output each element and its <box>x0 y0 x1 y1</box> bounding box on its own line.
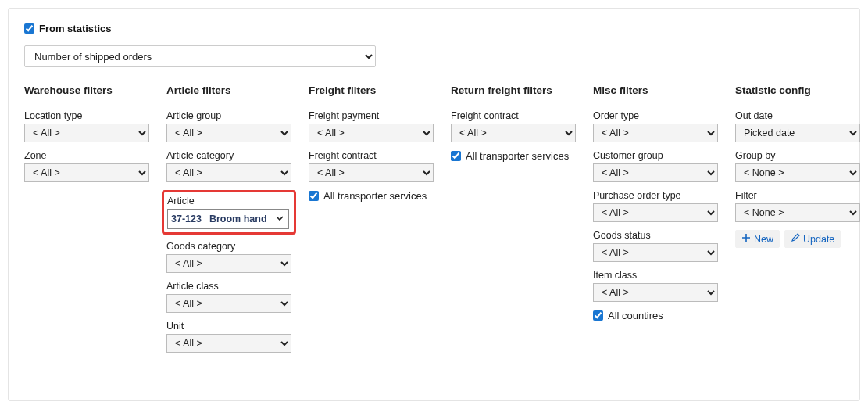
filter-label: Filter <box>735 190 860 201</box>
return-freight-column: Return freight filters Freight contract … <box>451 84 576 170</box>
warehouse-title: Warehouse filters <box>24 84 149 96</box>
article-title: Article filters <box>166 84 291 96</box>
order-type-label: Order type <box>593 110 718 121</box>
goods-status-select[interactable]: < All > <box>593 243 718 262</box>
article-category-select[interactable]: < All > <box>166 163 291 182</box>
group-by-label: Group by <box>735 150 860 161</box>
from-statistics-label: From statistics <box>39 23 111 34</box>
article-category-label: Article category <box>166 150 291 161</box>
goods-category-label: Goods category <box>166 241 291 252</box>
new-button[interactable]: New <box>735 230 780 248</box>
article-class-select[interactable]: < All > <box>166 294 291 313</box>
unit-label: Unit <box>166 321 291 332</box>
goods-status-label: Goods status <box>593 230 718 241</box>
freight-contract-label: Freight contract <box>309 150 434 161</box>
return-contract-label: Freight contract <box>451 110 576 121</box>
return-contract-select[interactable]: < All > <box>451 124 576 142</box>
freight-all-transporter-label: All transporter services <box>323 190 427 202</box>
statistic-select[interactable]: Number of shipped orders <box>24 45 376 67</box>
freight-contract-select[interactable]: < All > <box>309 163 434 182</box>
article-select[interactable]: 37-123 Broom hand <box>167 209 289 229</box>
from-statistics-row: From statistics <box>24 23 844 34</box>
all-countries-checkbox[interactable] <box>593 310 603 321</box>
freight-payment-select[interactable]: < All > <box>309 124 434 142</box>
chevron-down-icon <box>276 213 284 224</box>
item-class-label: Item class <box>593 270 718 281</box>
freight-all-transporter-checkbox[interactable] <box>309 191 319 201</box>
return-freight-title: Return freight filters <box>451 84 576 96</box>
article-code: 37-123 <box>171 213 202 224</box>
zone-label: Zone <box>24 150 149 161</box>
new-button-label: New <box>754 234 773 245</box>
misc-title: Misc filters <box>593 84 718 96</box>
return-all-transporter-label: All transporter services <box>466 150 569 162</box>
pencil-icon <box>791 233 800 245</box>
article-class-label: Article class <box>166 281 291 292</box>
from-statistics-checkbox[interactable] <box>24 23 34 34</box>
customer-group-select[interactable]: < All > <box>593 163 718 182</box>
filter-panel: From statistics Number of shipped orders… <box>8 8 860 401</box>
article-name: Broom hand <box>209 213 267 224</box>
article-highlight: Article 37-123 Broom hand <box>162 190 296 235</box>
article-label: Article <box>167 196 291 206</box>
unit-select[interactable]: < All > <box>166 334 291 353</box>
goods-category-select[interactable]: < All > <box>166 254 291 273</box>
misc-column: Misc filters Order type < All > Customer… <box>593 84 718 329</box>
freight-column: Freight filters Freight payment < All > … <box>309 84 434 210</box>
config-column: Statistic config Out date Picked date Gr… <box>735 84 860 248</box>
article-group-select[interactable]: < All > <box>166 124 291 142</box>
po-type-label: Purchase order type <box>593 190 718 201</box>
freight-title: Freight filters <box>309 84 434 96</box>
statistic-select-wrap: Number of shipped orders <box>24 45 844 67</box>
all-countries-label: All countires <box>608 310 663 321</box>
plus-icon <box>741 233 751 245</box>
freight-payment-label: Freight payment <box>309 110 434 121</box>
zone-select[interactable]: < All > <box>24 163 149 182</box>
return-all-transporter-checkbox[interactable] <box>451 151 461 161</box>
out-date-select[interactable]: Picked date <box>735 124 860 142</box>
order-type-select[interactable]: < All > <box>593 124 718 142</box>
location-type-select[interactable]: < All > <box>24 124 149 142</box>
filter-columns: Warehouse filters Location type < All > … <box>24 84 844 361</box>
update-button-label: Update <box>803 234 834 245</box>
group-by-select[interactable]: < None > <box>735 163 860 182</box>
warehouse-column: Warehouse filters Location type < All > … <box>24 84 149 190</box>
po-type-select[interactable]: < All > <box>593 203 718 222</box>
customer-group-label: Customer group <box>593 150 718 161</box>
filter-select[interactable]: < None > <box>735 203 860 222</box>
location-type-label: Location type <box>24 110 149 121</box>
article-column: Article filters Article group < All > Ar… <box>166 84 291 361</box>
item-class-select[interactable]: < All > <box>593 283 718 302</box>
config-title: Statistic config <box>735 84 860 96</box>
article-group-label: Article group <box>166 110 291 121</box>
update-button[interactable]: Update <box>784 230 841 248</box>
out-date-label: Out date <box>735 110 860 121</box>
